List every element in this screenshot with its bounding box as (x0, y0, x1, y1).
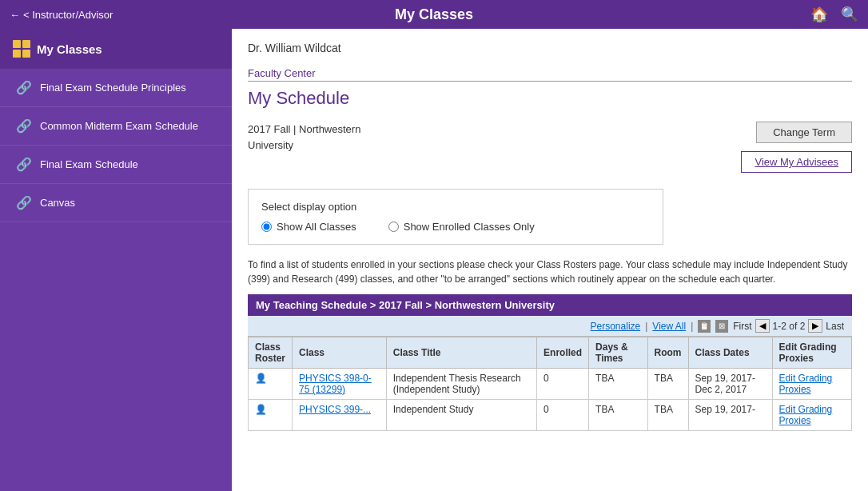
cell-edit-grading-1: Edit Grading Proxies (772, 369, 851, 400)
grid-export-icon[interactable]: ⊠ (715, 320, 728, 333)
radio-show-enrolled-label: Show Enrolled Classes Only (404, 221, 535, 233)
col-header-class-dates: Class Dates (688, 337, 772, 369)
teaching-schedule-table: ClassRoster Class Class Title Enrolled D… (248, 337, 852, 431)
grid-icon (13, 40, 30, 58)
user-name: Dr. William Wildcat (248, 42, 852, 54)
col-header-days-times: Days & Times (589, 337, 647, 369)
table-row: 👤 PHYSICS 398-0-75 (13299) Independent T… (249, 369, 852, 400)
cell-class-2: PHYSICS 399-... (293, 400, 387, 431)
personalize-link[interactable]: Personalize (591, 321, 641, 332)
sidebar-item-common-midterm[interactable]: 🔗 Common Midterm Exam Schedule (0, 107, 232, 146)
sidebar-item-label-2: Common Midterm Exam Schedule (40, 120, 198, 132)
back-button-label: < Instructor/Advisor (23, 9, 113, 21)
faculty-divider (248, 81, 852, 82)
sidebar-item-final-exam-principles[interactable]: 🔗 Final Exam Schedule Principles (0, 69, 232, 107)
edit-grading-link-1[interactable]: Edit Grading Proxies (779, 373, 833, 395)
radio-show-all-label: Show All Classes (277, 221, 356, 233)
table-controls: Personalize | View All | 📋 ⊠ First ◀ 1-2… (248, 316, 852, 337)
view-advisees-button[interactable]: View My Advisees (741, 151, 852, 173)
term-info: 2017 Fall | Northwestern University (248, 122, 360, 153)
cell-enrolled-2: 0 (537, 400, 589, 431)
top-navbar: ← < Instructor/Advisor My Classes 🏠 🔍 (0, 0, 868, 29)
class-code-link-1[interactable]: PHYSICS 398-0-75 (13299) (299, 373, 372, 395)
cell-class-1: PHYSICS 398-0-75 (13299) (293, 369, 387, 400)
sidebar-item-label-4: Canvas (40, 197, 75, 209)
pagination: First ◀ 1-2 of 2 ▶ Last (733, 319, 844, 333)
cell-class-title-2: Independent Study (386, 400, 536, 431)
first-label: First (733, 321, 751, 332)
link-icon-3: 🔗 (16, 157, 32, 172)
term-actions: Change Term View My Advisees (741, 122, 852, 173)
schedule-header: My Teaching Schedule > 2017 Fall > North… (248, 294, 852, 316)
radio-show-all-input[interactable] (261, 222, 272, 232)
info-text: To find a list of students enrolled in y… (248, 257, 852, 286)
sidebar: My Classes 🔗 Final Exam Schedule Princip… (0, 29, 232, 491)
link-icon-1: 🔗 (16, 80, 32, 95)
back-arrow-icon: ← (10, 9, 20, 21)
cell-roster-icon-2: 👤 (249, 400, 293, 431)
term-line2: University (248, 138, 360, 154)
radio-show-enrolled[interactable]: Show Enrolled Classes Only (388, 221, 535, 233)
link-icon-2: 🔗 (16, 118, 32, 134)
table-row: 👤 PHYSICS 399-... Independent Study 0 TB… (249, 400, 852, 431)
class-roster-icon-1[interactable]: 👤 (255, 373, 267, 384)
content-inner: Dr. William Wildcat Faculty Center My Sc… (232, 29, 868, 444)
cell-days-times-2: TBA (589, 400, 647, 431)
cell-class-title-1: Independent Thesis Research (Independent… (386, 369, 536, 400)
faculty-center-label: Faculty Center (248, 67, 852, 79)
cell-days-times-1: TBA (589, 369, 647, 400)
cell-class-dates-1: Sep 19, 2017- Dec 2, 2017 (688, 369, 772, 400)
radio-show-enrolled-input[interactable] (388, 222, 399, 232)
sidebar-item-label-1: Final Exam Schedule Principles (40, 82, 186, 94)
sidebar-item-label-3: Final Exam Schedule (40, 158, 138, 170)
prev-page-button[interactable]: ◀ (755, 319, 770, 333)
main-layout: My Classes 🔗 Final Exam Schedule Princip… (0, 29, 868, 491)
radio-show-all[interactable]: Show All Classes (261, 221, 356, 233)
sidebar-item-final-exam-schedule[interactable]: 🔗 Final Exam Schedule (0, 146, 232, 184)
col-header-edit-grading: Edit Grading Proxies (772, 337, 851, 369)
sidebar-header-label: My Classes (37, 42, 102, 56)
col-header-class: Class (293, 337, 387, 369)
col-header-enrolled: Enrolled (537, 337, 589, 369)
nav-icons: 🏠 🔍 (810, 6, 858, 23)
content-area: Dr. William Wildcat Faculty Center My Sc… (232, 29, 868, 491)
sidebar-header: My Classes (0, 29, 232, 69)
page-title: My Classes (395, 6, 473, 23)
change-term-button[interactable]: Change Term (756, 122, 852, 143)
back-button[interactable]: ← < Instructor/Advisor (10, 9, 113, 21)
sidebar-item-canvas[interactable]: 🔗 Canvas (0, 184, 232, 222)
col-header-room: Room (647, 337, 688, 369)
my-schedule-title: My Schedule (248, 88, 852, 109)
cell-room-1: TBA (647, 369, 688, 400)
class-roster-icon-2[interactable]: 👤 (255, 404, 267, 415)
col-header-class-title: Class Title (386, 337, 536, 369)
class-code-link-2[interactable]: PHYSICS 399-... (299, 404, 371, 415)
export-icon[interactable]: 📋 (698, 320, 711, 333)
link-icon-4: 🔗 (16, 195, 32, 210)
display-option-label: Select display option (261, 201, 650, 213)
cell-roster-icon-1: 👤 (249, 369, 293, 400)
display-option-box: Select display option Show All Classes S… (248, 189, 663, 245)
next-page-button[interactable]: ▶ (808, 319, 822, 333)
col-header-class-roster: ClassRoster (249, 337, 293, 369)
radio-options: Show All Classes Show Enrolled Classes O… (261, 221, 650, 233)
term-section: 2017 Fall | Northwestern University Chan… (248, 122, 852, 173)
term-line1: 2017 Fall | Northwestern (248, 122, 360, 138)
last-label: Last (826, 321, 844, 332)
cell-room-2: TBA (647, 400, 688, 431)
view-all-link[interactable]: View All (652, 321, 686, 332)
edit-grading-link-2[interactable]: Edit Grading Proxies (779, 404, 833, 426)
cell-enrolled-1: 0 (537, 369, 589, 400)
cell-class-dates-2: Sep 19, 2017- (688, 400, 772, 431)
home-icon[interactable]: 🏠 (810, 6, 828, 23)
search-icon[interactable]: 🔍 (841, 6, 858, 23)
page-indicator: 1-2 of 2 (773, 321, 806, 332)
cell-edit-grading-2: Edit Grading Proxies (772, 400, 851, 431)
